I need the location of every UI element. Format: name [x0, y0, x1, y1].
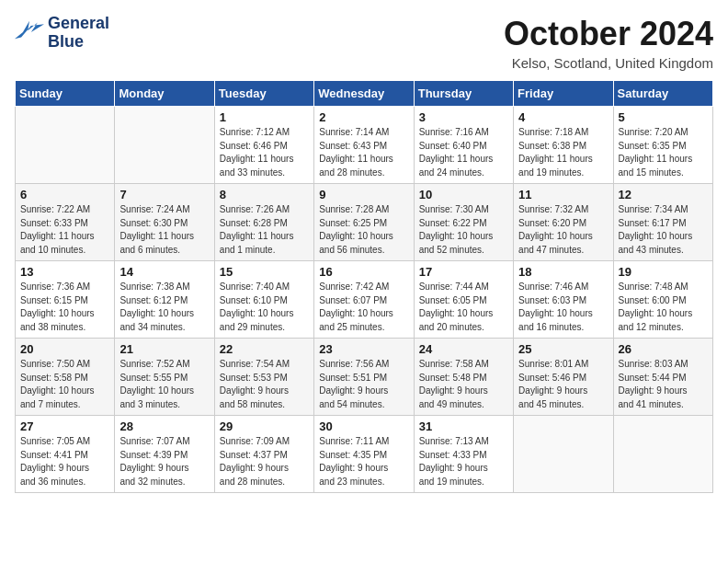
day-info: Sunrise: 7:42 AM Sunset: 6:07 PM Dayligh… — [319, 281, 408, 334]
weekday-header: Friday — [514, 81, 613, 107]
logo-icon — [15, 20, 44, 46]
calendar-cell: 17Sunrise: 7:44 AM Sunset: 6:05 PM Dayli… — [414, 261, 513, 339]
calendar-cell: 8Sunrise: 7:26 AM Sunset: 6:28 PM Daylig… — [214, 184, 313, 261]
calendar-cell: 18Sunrise: 7:46 AM Sunset: 6:03 PM Dayli… — [514, 261, 613, 339]
day-info: Sunrise: 7:20 AM Sunset: 6:35 PM Dayligh… — [619, 126, 708, 179]
calendar-cell — [16, 107, 115, 184]
calendar-cell: 5Sunrise: 7:20 AM Sunset: 6:35 PM Daylig… — [613, 107, 712, 184]
day-number: 20 — [20, 342, 109, 356]
day-info: Sunrise: 7:28 AM Sunset: 6:25 PM Dayligh… — [319, 203, 408, 257]
calendar-cell: 11Sunrise: 7:32 AM Sunset: 6:20 PM Dayli… — [514, 184, 613, 261]
day-number: 5 — [619, 110, 708, 124]
day-info: Sunrise: 7:22 AM Sunset: 6:33 PM Dayligh… — [20, 203, 109, 257]
calendar-cell: 30Sunrise: 7:11 AM Sunset: 4:35 PM Dayli… — [314, 416, 414, 493]
calendar-cell: 22Sunrise: 7:54 AM Sunset: 5:53 PM Dayli… — [214, 339, 313, 416]
day-info: Sunrise: 7:26 AM Sunset: 6:28 PM Dayligh… — [220, 203, 309, 257]
weekday-header: Wednesday — [314, 81, 414, 107]
svg-marker-0 — [15, 20, 44, 39]
day-info: Sunrise: 8:03 AM Sunset: 5:44 PM Dayligh… — [619, 358, 708, 411]
page-header: General Blue October 2024 Kelso, Scotlan… — [15, 15, 713, 71]
day-number: 29 — [220, 419, 309, 433]
day-number: 28 — [119, 419, 209, 433]
day-info: Sunrise: 7:16 AM Sunset: 6:40 PM Dayligh… — [419, 126, 508, 179]
calendar-cell: 9Sunrise: 7:28 AM Sunset: 6:25 PM Daylig… — [314, 184, 414, 261]
calendar-cell: 19Sunrise: 7:48 AM Sunset: 6:00 PM Dayli… — [613, 261, 712, 339]
month-title: October 2024 — [504, 15, 713, 53]
day-number: 18 — [518, 265, 608, 279]
calendar-cell: 4Sunrise: 7:18 AM Sunset: 6:38 PM Daylig… — [514, 107, 613, 184]
day-number: 22 — [220, 342, 309, 356]
day-number: 2 — [319, 110, 408, 124]
weekday-header: Tuesday — [214, 81, 313, 107]
calendar-cell — [613, 416, 712, 493]
day-number: 19 — [619, 265, 708, 279]
day-number: 13 — [20, 265, 109, 279]
calendar-cell — [115, 107, 214, 184]
day-number: 9 — [319, 188, 408, 201]
calendar-cell: 12Sunrise: 7:34 AM Sunset: 6:17 PM Dayli… — [613, 184, 712, 261]
calendar-cell: 2Sunrise: 7:14 AM Sunset: 6:43 PM Daylig… — [314, 107, 414, 184]
calendar-cell: 28Sunrise: 7:07 AM Sunset: 4:39 PM Dayli… — [115, 416, 214, 493]
day-info: Sunrise: 7:07 AM Sunset: 4:39 PM Dayligh… — [119, 435, 209, 488]
day-number: 27 — [20, 419, 109, 433]
day-info: Sunrise: 7:12 AM Sunset: 6:46 PM Dayligh… — [220, 126, 309, 179]
day-number: 26 — [619, 342, 708, 356]
day-info: Sunrise: 7:14 AM Sunset: 6:43 PM Dayligh… — [319, 126, 408, 179]
day-number: 10 — [419, 188, 508, 201]
calendar-cell: 24Sunrise: 7:58 AM Sunset: 5:48 PM Dayli… — [414, 339, 513, 416]
day-number: 8 — [220, 188, 309, 201]
day-number: 1 — [220, 110, 309, 124]
day-info: Sunrise: 7:38 AM Sunset: 6:12 PM Dayligh… — [119, 281, 209, 334]
title-block: October 2024 Kelso, Scotland, United Kin… — [504, 15, 713, 71]
calendar-week-row: 6Sunrise: 7:22 AM Sunset: 6:33 PM Daylig… — [16, 184, 713, 261]
day-info: Sunrise: 7:24 AM Sunset: 6:30 PM Dayligh… — [119, 203, 209, 257]
day-info: Sunrise: 7:46 AM Sunset: 6:03 PM Dayligh… — [518, 281, 608, 334]
weekday-header: Sunday — [16, 81, 115, 107]
day-number: 7 — [119, 188, 209, 201]
day-info: Sunrise: 7:13 AM Sunset: 4:33 PM Dayligh… — [419, 435, 508, 488]
day-number: 12 — [619, 188, 708, 201]
calendar-cell: 31Sunrise: 7:13 AM Sunset: 4:33 PM Dayli… — [414, 416, 513, 493]
day-number: 14 — [119, 265, 209, 279]
calendar-cell: 7Sunrise: 7:24 AM Sunset: 6:30 PM Daylig… — [115, 184, 214, 261]
weekday-header: Saturday — [613, 81, 712, 107]
day-number: 31 — [419, 419, 508, 433]
day-number: 11 — [518, 188, 608, 201]
calendar-week-row: 20Sunrise: 7:50 AM Sunset: 5:58 PM Dayli… — [16, 339, 713, 416]
calendar-week-row: 27Sunrise: 7:05 AM Sunset: 4:41 PM Dayli… — [16, 416, 713, 493]
calendar-cell: 16Sunrise: 7:42 AM Sunset: 6:07 PM Dayli… — [314, 261, 414, 339]
day-info: Sunrise: 7:09 AM Sunset: 4:37 PM Dayligh… — [220, 435, 309, 488]
weekday-header: Thursday — [414, 81, 513, 107]
calendar-week-row: 1Sunrise: 7:12 AM Sunset: 6:46 PM Daylig… — [16, 107, 713, 184]
day-number: 3 — [419, 110, 508, 124]
weekday-header: Monday — [115, 81, 214, 107]
calendar-cell: 21Sunrise: 7:52 AM Sunset: 5:55 PM Dayli… — [115, 339, 214, 416]
day-info: Sunrise: 8:01 AM Sunset: 5:46 PM Dayligh… — [518, 358, 608, 411]
calendar-cell — [514, 416, 613, 493]
day-info: Sunrise: 7:36 AM Sunset: 6:15 PM Dayligh… — [20, 281, 109, 334]
day-info: Sunrise: 7:40 AM Sunset: 6:10 PM Dayligh… — [220, 281, 309, 334]
calendar-cell: 20Sunrise: 7:50 AM Sunset: 5:58 PM Dayli… — [16, 339, 115, 416]
day-number: 25 — [518, 342, 608, 356]
day-info: Sunrise: 7:50 AM Sunset: 5:58 PM Dayligh… — [20, 358, 109, 411]
day-info: Sunrise: 7:32 AM Sunset: 6:20 PM Dayligh… — [518, 203, 608, 257]
day-info: Sunrise: 7:52 AM Sunset: 5:55 PM Dayligh… — [119, 358, 209, 411]
day-info: Sunrise: 7:44 AM Sunset: 6:05 PM Dayligh… — [419, 281, 508, 334]
location: Kelso, Scotland, United Kingdom — [504, 55, 713, 71]
day-number: 23 — [319, 342, 408, 356]
day-info: Sunrise: 7:05 AM Sunset: 4:41 PM Dayligh… — [20, 435, 109, 488]
day-info: Sunrise: 7:56 AM Sunset: 5:51 PM Dayligh… — [319, 358, 408, 411]
day-number: 6 — [20, 188, 109, 201]
day-info: Sunrise: 7:18 AM Sunset: 6:38 PM Dayligh… — [518, 126, 608, 179]
calendar-cell: 1Sunrise: 7:12 AM Sunset: 6:46 PM Daylig… — [214, 107, 313, 184]
day-info: Sunrise: 7:34 AM Sunset: 6:17 PM Dayligh… — [619, 203, 708, 257]
day-number: 16 — [319, 265, 408, 279]
day-number: 15 — [220, 265, 309, 279]
calendar-header-row: SundayMondayTuesdayWednesdayThursdayFrid… — [16, 81, 713, 107]
calendar-cell: 15Sunrise: 7:40 AM Sunset: 6:10 PM Dayli… — [214, 261, 313, 339]
calendar-table: SundayMondayTuesdayWednesdayThursdayFrid… — [15, 80, 713, 493]
day-number: 4 — [518, 110, 608, 124]
day-number: 21 — [119, 342, 209, 356]
calendar-cell: 25Sunrise: 8:01 AM Sunset: 5:46 PM Dayli… — [514, 339, 613, 416]
calendar-cell: 27Sunrise: 7:05 AM Sunset: 4:41 PM Dayli… — [16, 416, 115, 493]
